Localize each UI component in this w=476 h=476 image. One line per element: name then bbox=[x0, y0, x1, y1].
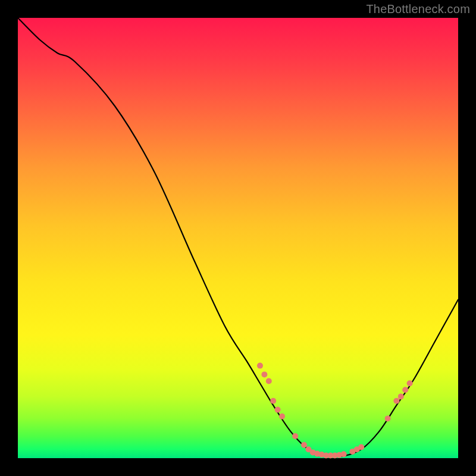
data-marker bbox=[275, 407, 281, 413]
data-marker bbox=[266, 378, 272, 384]
data-marker bbox=[398, 393, 404, 399]
attribution-text: TheBottleneck.com bbox=[366, 2, 470, 16]
data-marker bbox=[270, 398, 276, 404]
data-marker bbox=[393, 398, 399, 404]
data-marker bbox=[407, 380, 413, 386]
data-marker bbox=[261, 371, 267, 377]
data-marker bbox=[292, 433, 298, 439]
data-marker bbox=[341, 451, 347, 457]
chart-overlay bbox=[18, 18, 458, 458]
data-marker bbox=[301, 442, 307, 448]
data-markers bbox=[257, 363, 413, 459]
data-marker bbox=[257, 363, 263, 369]
data-marker bbox=[358, 444, 364, 450]
data-marker bbox=[279, 414, 285, 419]
chart-plot-area bbox=[18, 18, 458, 458]
bottleneck-curve bbox=[18, 18, 458, 457]
data-marker bbox=[402, 387, 408, 393]
data-marker bbox=[385, 415, 391, 421]
